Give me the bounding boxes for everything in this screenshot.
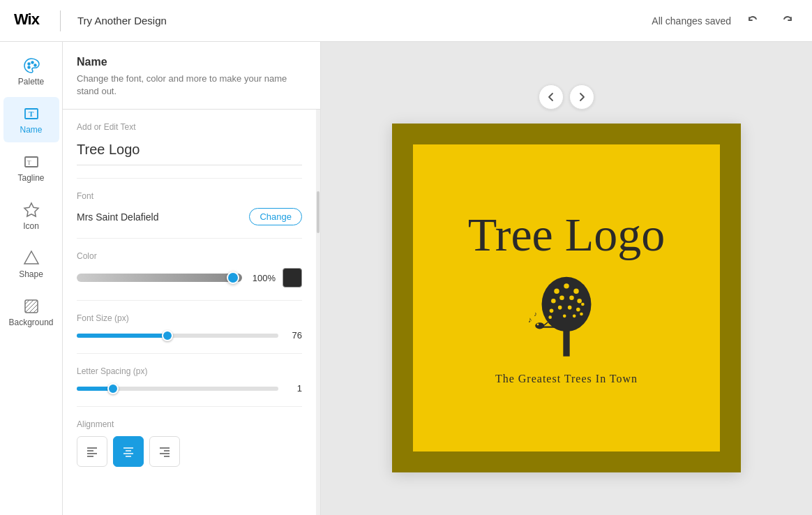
change-font-button[interactable]: Change bbox=[249, 208, 302, 225]
font-name: Mrs Saint Delafield bbox=[77, 211, 159, 223]
svg-point-32 bbox=[550, 309, 554, 313]
font-size-slider-fill bbox=[77, 334, 167, 338]
sidebar-label-tagline: Tagline bbox=[17, 173, 44, 183]
svg-text:T: T bbox=[27, 159, 31, 166]
svg-text:♪: ♪ bbox=[528, 315, 532, 324]
font-size-section: Font Size (px) 76 bbox=[77, 301, 302, 354]
svg-text:T: T bbox=[29, 110, 34, 118]
font-section-label: Font bbox=[77, 191, 302, 201]
logo-main-text: Tree Logo bbox=[468, 211, 666, 258]
panel-scrollbar[interactable] bbox=[316, 110, 320, 515]
panel-header: Name Change the font, color and more to … bbox=[63, 42, 320, 110]
font-section: Font Mrs Saint Delafield Change bbox=[77, 179, 302, 239]
svg-point-40 bbox=[580, 313, 583, 316]
scroll-thumb bbox=[317, 191, 319, 233]
letter-spacing-slider-row: 1 bbox=[77, 383, 302, 394]
font-row: Mrs Saint Delafield Change bbox=[77, 208, 302, 225]
letter-spacing-slider-track[interactable] bbox=[77, 387, 278, 391]
logo-inner: Tree Logo bbox=[413, 144, 720, 451]
font-size-slider-track[interactable] bbox=[77, 334, 278, 338]
color-swatch[interactable] bbox=[283, 268, 302, 288]
align-right-button[interactable] bbox=[149, 436, 180, 467]
align-left-button[interactable] bbox=[77, 436, 107, 467]
text-section: Add or Edit Text bbox=[77, 110, 302, 179]
sidebar-item-background[interactable]: Background bbox=[3, 290, 59, 335]
svg-point-34 bbox=[568, 306, 572, 310]
svg-point-1 bbox=[28, 66, 30, 68]
svg-point-33 bbox=[558, 306, 562, 310]
wix-logo: Wix bbox=[14, 10, 43, 31]
panel-content: Add or Edit Text Font Mrs Saint Delafiel… bbox=[63, 110, 316, 515]
font-size-value: 76 bbox=[285, 330, 302, 341]
color-slider-thumb bbox=[227, 271, 239, 284]
color-section: Color 100% bbox=[77, 239, 302, 301]
svg-point-43 bbox=[537, 324, 539, 326]
svg-point-35 bbox=[576, 308, 580, 312]
letter-spacing-slider-thumb[interactable] bbox=[107, 383, 119, 394]
sidebar-item-tagline[interactable]: T Tagline bbox=[3, 145, 59, 191]
svg-point-31 bbox=[577, 299, 582, 304]
panel-title: Name bbox=[77, 56, 306, 68]
redo-button[interactable] bbox=[776, 10, 798, 32]
font-size-label: Font Size (px) bbox=[77, 313, 302, 323]
sidebar-item-name[interactable]: T Name bbox=[3, 97, 59, 142]
sidebar-item-shape[interactable]: Shape bbox=[3, 241, 59, 287]
header: Wix Try Another Design All changes saved bbox=[0, 0, 812, 42]
sidebar-label-name: Name bbox=[20, 125, 42, 135]
svg-point-25 bbox=[554, 289, 559, 294]
sidebar-item-icon[interactable]: Icon bbox=[3, 193, 59, 239]
svg-point-28 bbox=[551, 299, 556, 304]
panel-description: Change the font, color and more to make … bbox=[77, 73, 306, 98]
prev-design-button[interactable] bbox=[539, 84, 564, 110]
header-logo: Wix Try Another Design bbox=[14, 10, 167, 31]
svg-point-3 bbox=[31, 61, 33, 64]
svg-point-29 bbox=[559, 295, 564, 300]
edit-panel: Name Change the font, color and more to … bbox=[63, 42, 321, 515]
sidebar-label-palette: Palette bbox=[18, 77, 44, 87]
svg-point-36 bbox=[581, 303, 585, 306]
logo-tagline-text: The Greatest Trees In Town bbox=[495, 373, 638, 385]
letter-spacing-section: Letter Spacing (px) 1 bbox=[77, 354, 302, 407]
alignment-row bbox=[77, 436, 302, 467]
svg-point-26 bbox=[564, 283, 569, 288]
sidebar-label-background: Background bbox=[8, 318, 53, 327]
sidebar-label-icon: Icon bbox=[23, 221, 39, 231]
main-layout: Palette T Name T Tagline Icon bbox=[0, 42, 812, 515]
logo-card: Tree Logo bbox=[392, 124, 741, 472]
svg-rect-23 bbox=[563, 330, 569, 356]
alignment-label: Alignment bbox=[77, 419, 302, 429]
font-size-slider-row: 76 bbox=[77, 330, 302, 341]
logo-tree-icon: ♪ ♪ bbox=[521, 265, 612, 363]
letter-spacing-value: 1 bbox=[285, 383, 302, 394]
text-input-divider bbox=[77, 165, 302, 165]
svg-point-27 bbox=[573, 289, 578, 294]
svg-point-38 bbox=[563, 314, 566, 318]
sidebar-label-shape: Shape bbox=[19, 269, 43, 279]
svg-marker-9 bbox=[24, 203, 38, 216]
logo-text-input[interactable] bbox=[77, 139, 302, 161]
svg-point-39 bbox=[573, 314, 576, 318]
undo-button[interactable] bbox=[742, 10, 765, 32]
icon-sidebar: Palette T Name T Tagline Icon bbox=[0, 42, 63, 515]
svg-point-30 bbox=[569, 295, 574, 300]
sidebar-item-palette[interactable]: Palette bbox=[3, 49, 59, 94]
next-design-button[interactable] bbox=[569, 84, 594, 110]
color-slider-track[interactable] bbox=[77, 274, 242, 282]
align-center-button[interactable] bbox=[113, 436, 144, 467]
header-title: Try Another Design bbox=[77, 15, 167, 27]
svg-text:♪: ♪ bbox=[534, 311, 537, 318]
svg-point-42 bbox=[535, 322, 544, 329]
svg-point-4 bbox=[34, 64, 36, 66]
svg-text:Wix: Wix bbox=[14, 10, 40, 27]
letter-spacing-label: Letter Spacing (px) bbox=[77, 366, 302, 376]
svg-point-37 bbox=[548, 315, 552, 319]
svg-point-2 bbox=[28, 63, 30, 65]
nav-arrows bbox=[539, 84, 594, 110]
alignment-section: Alignment bbox=[77, 407, 302, 479]
text-section-label: Add or Edit Text bbox=[77, 122, 302, 132]
color-percent: 100% bbox=[249, 273, 276, 283]
header-divider bbox=[60, 10, 61, 31]
font-size-slider-thumb[interactable] bbox=[162, 330, 173, 341]
color-section-label: Color bbox=[77, 251, 302, 261]
canvas-area: Tree Logo bbox=[321, 42, 812, 515]
